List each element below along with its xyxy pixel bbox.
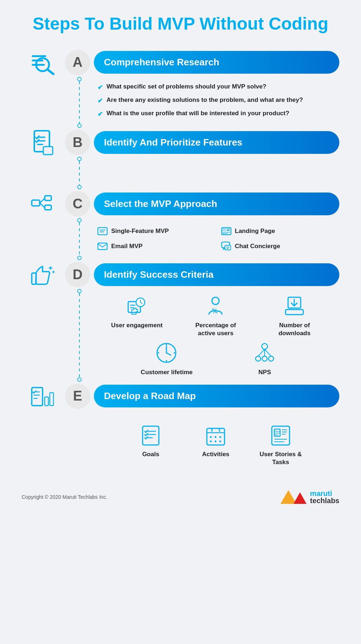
svg-rect-43: [286, 310, 303, 315]
dot-bot-b: [77, 185, 82, 189]
chat-icon: [221, 242, 231, 251]
svg-text:%: %: [212, 307, 218, 315]
step-b-block: B Identify And Prioritize Features: [22, 128, 339, 189]
step-c-circle: C: [65, 191, 90, 216]
spacer-e: [22, 411, 65, 479]
svg-rect-60: [32, 388, 43, 406]
step-d-line: [65, 289, 94, 381]
spacer-c: [22, 218, 65, 260]
svg-rect-62: [50, 393, 53, 406]
spacer: [22, 77, 65, 128]
roadmap-goals-label: Goals: [142, 450, 159, 458]
svg-rect-27: [225, 245, 231, 250]
svg-point-51: [166, 360, 167, 362]
svg-line-59: [265, 349, 271, 356]
triangle-red: [293, 492, 306, 504]
svg-point-74: [210, 436, 212, 438]
step-c-header: C Select the MVP Approach: [22, 189, 339, 218]
step-c-block: C Select the MVP Approach: [22, 189, 339, 260]
dashed-b: [79, 161, 80, 185]
svg-point-53: [262, 343, 268, 349]
mvp-email: Email MVP: [97, 242, 210, 251]
svg-point-78: [215, 440, 217, 442]
criteria-nps: NPS: [236, 341, 293, 376]
active-users-icon: %: [204, 294, 227, 318]
svg-point-41: [212, 297, 219, 304]
step-e-content: Goals: [94, 411, 339, 479]
svg-point-77: [210, 440, 212, 442]
step-b-header: B Identify And Prioritize Features: [22, 128, 339, 157]
step-d-content: User engagement % Percentage of a: [94, 289, 339, 381]
step-c-connector: Single-Feature MVP Landing P: [22, 218, 339, 260]
step-b-content: [94, 157, 339, 189]
svg-rect-9: [43, 147, 53, 155]
criteria-row-1: User engagement % Percentage of a: [97, 294, 334, 337]
criteria-user-engagement: User engagement: [108, 294, 166, 337]
downloads-icon: [283, 294, 306, 318]
page-container: Steps To Build MVP Without Coding A: [0, 0, 361, 522]
svg-point-50: [174, 352, 175, 354]
goals-icon: [139, 423, 162, 447]
criteria-customer-lifetime: Customer lifetime: [138, 341, 196, 376]
step-c-pill: Select the MVP Approach: [94, 193, 339, 215]
roadmap-activities: Activities: [187, 423, 245, 466]
dot-bot-c: [77, 256, 82, 260]
dot-bot-a: [77, 124, 82, 128]
criteria-label-nps: NPS: [258, 368, 271, 376]
step-a-block: A Comprehensive Research ✔ What specific…: [22, 48, 339, 128]
step-a-left-icon: [22, 48, 65, 77]
step-d-header: D Identify Success Criteria: [22, 260, 339, 289]
step-a-circle: A: [65, 50, 90, 75]
mvp-options-grid: Single-Feature MVP Landing P: [97, 224, 334, 255]
dot-bot-d: [77, 377, 82, 382]
step-a-header: A Comprehensive Research: [22, 48, 339, 77]
roadmap-user-stories: User Stories & Tasks: [252, 423, 310, 466]
spacer-b: [22, 157, 65, 189]
thumbsup-icon: [29, 260, 58, 289]
step-e-left-icon: [22, 382, 65, 411]
nps-icon: [253, 341, 277, 365]
svg-line-14: [40, 203, 45, 208]
mvp-chat-concierge: Chat Concierge: [221, 242, 334, 251]
step-e-connector: Goals: [22, 411, 339, 479]
main-title: Steps To Build MVP Without Coding: [22, 14, 339, 34]
single-feature-icon: [97, 227, 108, 235]
step-b-left-icon: [22, 128, 65, 157]
step-a-pill: Comprehensive Research: [94, 51, 339, 74]
step-d-connector: User engagement % Percentage of a: [22, 289, 339, 381]
svg-rect-12: [45, 205, 51, 210]
svg-rect-10: [32, 200, 40, 206]
activities-icon: [204, 423, 227, 447]
step-c-line: [65, 218, 94, 260]
svg-line-13: [40, 198, 45, 203]
roadmap-grid: Goals: [97, 416, 334, 474]
research-icon: [29, 48, 58, 77]
brand-icon: [280, 490, 306, 504]
criteria-active-users: % Percentage of active users: [187, 294, 244, 337]
step-e-pill: Develop a Road Map: [94, 385, 339, 407]
step-b-pill: Identify And Prioritize Features: [94, 131, 339, 154]
svg-rect-15: [98, 228, 107, 235]
roadmap-activities-label: Activities: [202, 450, 230, 458]
criteria-row-2: Customer lifetime: [97, 341, 334, 376]
step-e-header: E Develop a Road Map: [22, 382, 339, 411]
checklist-icon: [29, 128, 58, 157]
svg-point-54: [256, 356, 261, 361]
criteria-label-engagement: User engagement: [111, 321, 163, 329]
landing-page-icon: [221, 227, 231, 235]
criteria-downloads: Number of downloads: [266, 294, 323, 337]
svg-point-79: [219, 440, 221, 442]
dashed-c: [79, 222, 80, 256]
checklist-item-3: ✔ What is the user profile that will be …: [97, 109, 334, 119]
user-stories-icon: [269, 423, 292, 447]
svg-line-57: [258, 349, 265, 356]
dashed-a: [79, 81, 80, 124]
mvp-landing-page: Landing Page: [221, 227, 334, 235]
check-2: ✔: [97, 96, 103, 105]
step-b-line: [65, 157, 94, 189]
step-a-connector: ✔ What specific set of problems should y…: [22, 77, 339, 128]
svg-point-52: [158, 352, 159, 354]
steps-layout: A Comprehensive Research ✔ What specific…: [22, 48, 339, 479]
section-b-empty: [97, 162, 334, 184]
svg-point-76: [219, 436, 221, 438]
